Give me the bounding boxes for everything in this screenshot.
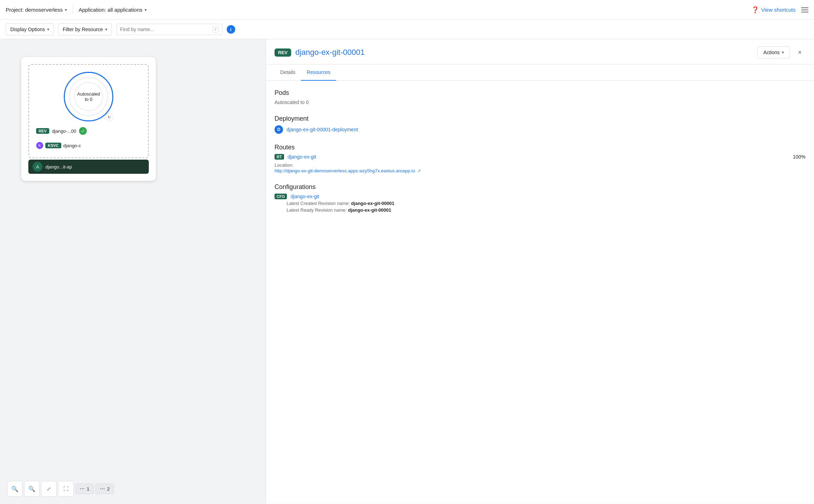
info-icon[interactable]: i [227,25,235,34]
top-bar: Project: demoserverless ▾ Application: a… [0,0,814,20]
expand-icon: ⛶ [63,486,68,492]
expand-button[interactable]: ⛶ [58,481,74,497]
cfg-latest-created-value: django-ex-git-00001 [351,201,394,206]
network-1-button[interactable]: ⋯ 1 [75,483,94,494]
ksvc-badge: KSVC [45,143,61,148]
rev-badge: REV [36,128,49,134]
fit-to-screen-button[interactable]: ⤢ [41,481,57,497]
search-container: / [116,24,222,35]
configurations-title: Configurations [275,183,805,191]
deployment-section: Deployment D django-ex-git-00001-deploym… [275,115,805,134]
panel-content: Pods Autoscaled to 0 Deployment D django… [266,81,814,231]
canvas-area[interactable]: Autoscaledto 0 ↻ REV django-...00 ✓ K KS… [0,39,266,504]
panel-title-container: REV django-ex-git-00001 [275,48,364,57]
cfg-latest-created: Latest Created Revision name: django-ex-… [287,201,805,206]
zoom-out-button[interactable]: 🔍 [24,481,40,497]
deployment-d-badge: D [275,125,283,134]
ksvc-node-row: K KSVC django-c [36,141,141,150]
cfg-link[interactable]: django-ex-git [290,194,319,199]
tab-resources[interactable]: Resources [301,64,336,81]
app-selector[interactable]: Application: all applications ▾ [79,7,147,13]
route-percent: 100% [793,154,805,160]
top-bar-right: ❓ View shortcuts [751,6,808,14]
k-badge: K [36,142,43,149]
app-node-label: django...it-ap [45,164,72,170]
close-button[interactable]: × [794,47,805,58]
circle-refresh-icon: ↻ [105,113,113,121]
tab-details[interactable]: Details [275,64,301,81]
node-inner: Autoscaledto 0 ↻ REV django-...00 ✓ K KS… [28,64,149,158]
deployment-title: Deployment [275,115,805,122]
deployment-link[interactable]: django-ex-git-00001-deployment [287,127,358,132]
pods-section: Pods Autoscaled to 0 [275,89,805,105]
node-card: Autoscaledto 0 ↻ REV django-...00 ✓ K KS… [21,57,156,181]
panel-tabs: Details Resources [266,64,814,81]
deployment-resource-item: D django-ex-git-00001-deployment [275,125,805,134]
circle-container: Autoscaledto 0 ↻ [64,72,113,121]
configurations-section: Configurations CFG django-ex-git Latest … [275,183,805,213]
display-options-chevron-icon: ▾ [47,27,49,32]
app-chevron-icon: ▾ [145,7,147,12]
search-input[interactable] [120,27,213,32]
zoom-in-icon: 🔍 [11,486,18,492]
cfg-badge: CFG [275,194,287,199]
route-location: Location: [275,162,793,168]
route-link[interactable]: django-ex-git [288,154,316,160]
panel-title-text: django-ex-git-00001 [295,48,365,57]
route-url-link[interactable]: http://django-ex-git-demoserverless.apps… [275,168,415,173]
external-link-icon: ↗ [417,168,421,173]
view-shortcuts-link[interactable]: ❓ View shortcuts [751,6,796,14]
panel-rev-badge: REV [275,48,291,57]
rev-node-label: django-...00 [52,128,77,134]
filter-by-resource-label: Filter by Resource [63,27,103,32]
toolbar: Display Options ▾ Filter by Resource ▾ /… [0,20,814,39]
project-label: Project: demoserverless [6,7,63,13]
view-shortcuts-label: View shortcuts [761,7,796,13]
routes-title: Routes [275,144,805,151]
project-selector[interactable]: Project: demoserverless ▾ [6,7,67,13]
panel-header: REV django-ex-git-00001 Actions ▾ × [266,39,814,64]
route-name-item: RT django-ex-git [275,154,793,160]
zoom-in-button[interactable]: 🔍 [7,481,23,497]
cfg-latest-ready-value: django-ex-git-00001 [348,207,391,213]
cfg-latest-ready: Latest Ready Revision name: django-ex-gi… [287,207,805,213]
right-panel: REV django-ex-git-00001 Actions ▾ × Deta… [266,39,814,504]
app-badge: A [33,162,43,172]
bottom-toolbar: 🔍 🔍 ⤢ ⛶ ⋯ 1 ⋯ 2 [7,481,114,497]
cfg-resource-item: CFG django-ex-git [275,194,805,199]
check-icon: ✓ [79,127,87,135]
ksvc-node-label: django-c [63,143,81,148]
network-1-label: 1 [87,486,89,492]
actions-label: Actions [763,50,780,55]
display-options-label: Display Options [10,27,45,32]
network-2-label: 2 [107,486,109,492]
actions-button[interactable]: Actions ▾ [757,46,790,58]
zoom-out-icon: 🔍 [28,486,35,492]
network-2-icon: ⋯ [100,486,105,492]
route-row: RT django-ex-git Location: http://django… [275,154,805,173]
main-area: Autoscaledto 0 ↻ REV django-...00 ✓ K KS… [0,39,814,504]
search-slash: / [213,26,218,33]
close-icon: × [798,49,802,56]
fit-icon: ⤢ [47,486,51,492]
pods-title: Pods [275,89,805,97]
rev-node-row: REV django-...00 ✓ [36,126,141,136]
circle-label: Autoscaledto 0 [77,91,100,102]
app-node-row: A django...it-ap [28,160,149,174]
display-options-button[interactable]: Display Options ▾ [6,23,54,35]
help-circle-icon: ❓ [751,6,759,14]
route-info: RT django-ex-git Location: http://django… [275,154,793,173]
panel-header-actions: Actions ▾ × [757,46,805,58]
app-label: Application: all applications [79,7,142,13]
routes-section: Routes RT django-ex-git Location: http:/… [275,144,805,173]
pods-subtitle: Autoscaled to 0 [275,99,805,105]
filter-chevron-icon: ▾ [105,27,107,32]
project-chevron-icon: ▾ [65,7,67,12]
top-bar-divider [73,6,73,14]
route-url-container: http://django-ex-git-demoserverless.apps… [275,168,793,173]
filter-by-resource-button[interactable]: Filter by Resource ▾ [58,23,112,35]
rt-badge: RT [275,154,284,160]
top-bar-left: Project: demoserverless ▾ Application: a… [6,6,147,14]
hamburger-menu-icon[interactable] [801,7,808,12]
network-2-button[interactable]: ⋯ 2 [95,483,114,494]
